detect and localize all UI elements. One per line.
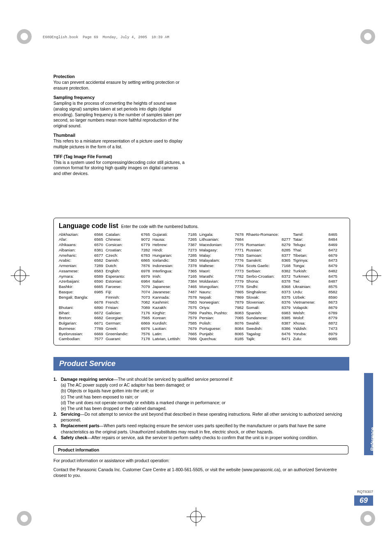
lang-row: Latin:7665 (152, 332, 197, 337)
lang-code: 7387 (186, 242, 197, 248)
lang-name: Urdu: (293, 290, 303, 295)
service-item-text: Damage requiring service—The unit should… (61, 376, 349, 382)
lang-name: Basque: (59, 290, 74, 295)
lang-code: 8375 (280, 295, 291, 300)
lang-code: 7865 (233, 290, 244, 295)
lang-name: Polish: (199, 321, 211, 326)
lang-name: Xhosa: (293, 321, 306, 326)
lang-row: Dutch:7876 (106, 263, 150, 269)
service-item-text: Servicing—Do not attempt to service the … (61, 411, 349, 423)
lang-name: Norwegian: (199, 300, 220, 305)
lang-name: Nauru: (199, 290, 211, 295)
lang-row: Tatar:8484 (293, 237, 337, 242)
lang-name: Azerbaijani: (59, 279, 80, 284)
lang-code: 8469 (327, 242, 337, 248)
definition-term: Thumbnail (53, 133, 185, 138)
lang-row: Turkmen:8475 (293, 274, 337, 279)
lang-row: Vietnamese:8673 (293, 300, 337, 305)
lang-row: Bashkir:6665 (59, 284, 103, 290)
lang-row: Urdu:8582 (293, 290, 337, 295)
lang-row: Russian:8285 (246, 248, 291, 253)
lang-name: Malayalam: (199, 258, 220, 263)
register-mark-icon (187, 507, 205, 526)
lang-name: Serbo-Croatian: (246, 274, 274, 279)
lang-row: Samoan:8377 (246, 253, 291, 258)
lang-code: 6976 (139, 326, 150, 332)
lang-code: 7176 (139, 311, 150, 316)
lang-name: Spanish: (246, 311, 262, 316)
lang-row: Yoruba:8979 (293, 332, 337, 337)
lang-name: Mongolian: (199, 284, 219, 290)
lang-code: 7583 (186, 300, 197, 305)
document-id: RQT8307 (354, 490, 373, 494)
lang-name: French: (106, 300, 119, 305)
lang-name: Galician: (106, 311, 121, 316)
lang-name: Croatian: (106, 248, 122, 253)
lang-code: 6779 (139, 242, 150, 248)
lang-code: 7265 (186, 237, 197, 242)
lang-row: Nepali:7869 (199, 295, 244, 300)
lang-row: Serbian:8382 (246, 269, 291, 274)
lang-row: Afar:6565 (59, 237, 103, 242)
lang-row: Maltese:7784 (199, 263, 244, 269)
lang-name: Wolof: (293, 315, 304, 321)
lang-name: Swedish: (246, 326, 263, 332)
lang-row: Estonian:6984 (106, 279, 150, 284)
definition-body: You can prevent accidental erasure by se… (53, 80, 185, 91)
lang-row: Greenlandic:7576 (106, 332, 150, 337)
svg-point-1 (21, 33, 28, 40)
lang-column: Tamil:8465Tatar:8484Telugu:8469Thai:8472… (293, 232, 337, 342)
lang-code: 8365 (280, 258, 291, 263)
service-item-number: 3. (53, 423, 61, 434)
lang-code: 7273 (186, 248, 197, 253)
lang-code: 7585 (186, 321, 197, 326)
service-item-tail: —When parts need replacing ensure the se… (61, 423, 326, 434)
lang-row: Chinese:9072 (106, 237, 150, 242)
lang-code: 6669 (92, 332, 103, 337)
lang-name: Aymara: (59, 274, 74, 279)
lang-name: Tamil: (293, 232, 304, 237)
lang-row: English:6978 (106, 269, 150, 274)
lang-row: Malayalam:7776 (199, 258, 244, 263)
lang-code: 8872 (327, 321, 337, 326)
lang-code: 8279 (280, 242, 291, 248)
lang-code: 7383 (186, 258, 197, 263)
lang-code: 7789 (92, 326, 103, 332)
register-mark-icon (15, 27, 34, 46)
lang-code: 6890 (92, 305, 103, 311)
lang-code: 7778 (233, 284, 244, 290)
lang-code: 7465 (186, 284, 197, 290)
lang-title: Language code list (59, 222, 118, 229)
lang-row: Malagasy:7771 (199, 248, 244, 253)
lang-row: Lithuanian:7684 (199, 237, 244, 242)
lang-code: 8368 (280, 284, 291, 290)
lang-name: Tatar: (293, 237, 303, 242)
lang-code: 8387 (280, 321, 291, 326)
lang-code: 6865 (139, 258, 150, 263)
lang-code: 7073 (139, 295, 150, 300)
lang-name: Guarani: (106, 336, 121, 342)
service-sub-item: (b) Objects or liquids have gotten into … (61, 388, 349, 394)
lang-row: Maori:7773 (199, 269, 244, 274)
lang-code: 7378 (186, 263, 197, 269)
lang-row: Romanian:8279 (246, 242, 291, 248)
lang-code: 6583 (92, 269, 103, 274)
lang-row: Cambodian:7577 (59, 336, 103, 342)
lang-name: Greenlandic: (106, 332, 129, 337)
lang-code: 6665 (92, 284, 103, 290)
lang-name: Serbian: (246, 269, 261, 274)
lang-row: Albanian:8381 (59, 248, 103, 253)
lang-code: 7178 (139, 336, 150, 342)
lang-row: Bengali; Bangla: (59, 295, 103, 300)
lang-name: Laotian: (152, 326, 167, 332)
register-mark-icon (15, 509, 34, 528)
definition-block: Sampling frequencySampling is the proces… (53, 95, 185, 129)
lang-row: Punjabi:8065 (199, 332, 244, 337)
lang-row: Welsh:6789 (293, 311, 337, 316)
lang-name: Kashmiri: (152, 300, 169, 305)
lang-name: Sundanese: (246, 315, 267, 321)
lang-code: 7285 (186, 253, 197, 258)
lang-code: 7771 (233, 248, 244, 253)
lang-row: Polish:8076 (199, 321, 244, 326)
lang-code: 8381 (92, 248, 103, 253)
